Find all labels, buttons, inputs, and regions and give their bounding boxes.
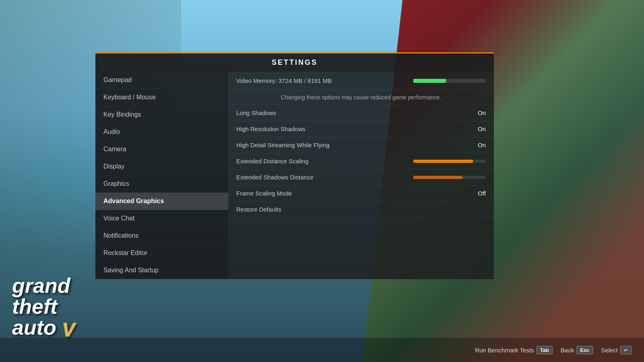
setting-row-high-detail-streaming[interactable]: High Detail Streaming While FlyingOn xyxy=(228,137,494,153)
setting-label-restore-defaults: Restore Defaults xyxy=(236,206,281,213)
logo-line3: auto V xyxy=(12,317,75,338)
logo-line2: theft xyxy=(12,296,75,317)
setting-value-frame-scaling-mode: Off xyxy=(470,190,486,197)
video-memory-label: Video Memory: 3724 MB / 8191 MB xyxy=(236,77,405,84)
setting-label-extended-shadows-distance: Extended Shadows Distance xyxy=(236,174,413,181)
sidebar-item-key-bindings[interactable]: Key Bindings xyxy=(95,106,228,123)
warning-text: Changing these options may cause reduced… xyxy=(228,90,494,105)
settings-rows: Long ShadowsOnHigh Resolution ShadowsOnH… xyxy=(228,105,494,218)
slider-fill-extended-shadows-distance xyxy=(413,176,462,179)
settings-title-bar: SETTINGS xyxy=(95,52,494,72)
setting-value-high-detail-streaming: On xyxy=(470,142,486,148)
panel-body: GamepadKeyboard / MouseKey BindingsAudio… xyxy=(95,72,494,279)
setting-row-frame-scaling-mode[interactable]: Frame Scaling ModeOff xyxy=(228,185,494,202)
sidebar-item-voice-chat[interactable]: Voice Chat xyxy=(95,210,228,227)
video-memory-bar-bg xyxy=(413,79,486,83)
setting-row-extended-distance-scaling[interactable]: Extended Distance Scaling xyxy=(228,153,494,169)
setting-label-extended-distance-scaling: Extended Distance Scaling xyxy=(236,158,413,165)
sidebar-item-keyboard-mouse[interactable]: Keyboard / Mouse xyxy=(95,89,228,106)
settings-panel: SETTINGS GamepadKeyboard / MouseKey Bind… xyxy=(95,52,494,279)
content-panel: Video Memory: 3724 MB / 8191 MB Changing… xyxy=(228,72,494,279)
back-btn[interactable]: Back Esc xyxy=(561,346,593,354)
sidebar-item-camera[interactable]: Camera xyxy=(95,141,228,158)
run-benchmark-label: Run Benchmark Tests xyxy=(475,347,534,354)
video-memory-bar-fill xyxy=(413,79,446,83)
sidebar-item-gamepad[interactable]: Gamepad xyxy=(95,72,228,89)
setting-row-extended-shadows-distance[interactable]: Extended Shadows Distance xyxy=(228,169,494,185)
slider-bg-extended-distance-scaling[interactable] xyxy=(413,160,486,163)
setting-label-long-shadows: Long Shadows xyxy=(236,109,470,116)
setting-row-long-shadows[interactable]: Long ShadowsOn xyxy=(228,105,494,121)
select-label: Select xyxy=(601,347,618,354)
enter-key: ↵ xyxy=(620,346,632,354)
gta-logo: grand theft auto V xyxy=(12,275,75,338)
setting-label-frame-scaling-mode: Frame Scaling Mode xyxy=(236,190,470,197)
sidebar-item-audio[interactable]: Audio xyxy=(95,123,228,141)
select-btn[interactable]: Select ↵ xyxy=(601,346,632,354)
setting-row-high-resolution-shadows[interactable]: High Resolution ShadowsOn xyxy=(228,121,494,137)
sidebar-item-saving-and-startup[interactable]: Saving And Startup xyxy=(95,262,228,279)
slider-fill-extended-distance-scaling xyxy=(413,160,473,163)
bottom-bar: Run Benchmark Tests Tab Back Esc Select … xyxy=(0,338,644,362)
sidebar-item-notifications[interactable]: Notifications xyxy=(95,227,228,245)
video-memory-row: Video Memory: 3724 MB / 8191 MB xyxy=(228,72,494,90)
settings-title: SETTINGS xyxy=(272,58,318,66)
sidebar-item-display[interactable]: Display xyxy=(95,158,228,175)
logo-five: V xyxy=(62,319,75,340)
run-benchmark-btn[interactable]: Run Benchmark Tests Tab xyxy=(475,346,553,354)
sidebar-item-advanced-graphics[interactable]: Advanced Graphics xyxy=(95,193,228,210)
setting-label-high-resolution-shadows: High Resolution Shadows xyxy=(236,125,470,132)
setting-label-high-detail-streaming: High Detail Streaming While Flying xyxy=(236,142,470,148)
back-label: Back xyxy=(561,347,574,354)
tab-key: Tab xyxy=(537,346,553,354)
sidebar-item-graphics[interactable]: Graphics xyxy=(95,175,228,193)
sidebar-item-rockstar-editor[interactable]: Rockstar Editor xyxy=(95,245,228,262)
setting-value-long-shadows: On xyxy=(470,109,486,116)
sidebar: GamepadKeyboard / MouseKey BindingsAudio… xyxy=(95,72,228,279)
logo-line1: grand xyxy=(12,275,75,296)
slider-bg-extended-shadows-distance[interactable] xyxy=(413,176,486,179)
esc-key: Esc xyxy=(576,346,593,354)
setting-value-high-resolution-shadows: On xyxy=(470,125,486,132)
setting-row-restore-defaults[interactable]: Restore Defaults xyxy=(228,202,494,218)
